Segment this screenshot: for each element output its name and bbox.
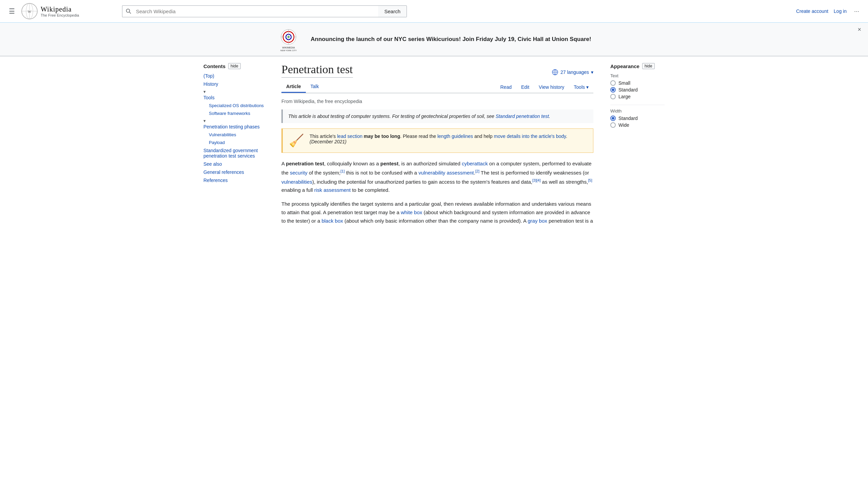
gray-box-link[interactable]: gray box xyxy=(528,218,547,224)
text-small-option[interactable]: Small xyxy=(610,80,665,86)
language-button[interactable]: 27 languages ▾ xyxy=(552,69,593,76)
toc-link-standardized[interactable]: Standardized government penetration test… xyxy=(203,147,268,159)
text-large-option[interactable]: Large xyxy=(610,94,665,99)
text-standard-radio xyxy=(610,87,616,93)
svg-line-7 xyxy=(130,12,131,14)
logo-wikipedia: Wikipedia xyxy=(41,5,79,13)
search-input-wrap xyxy=(122,5,378,17)
toc-link-pentest-phases[interactable]: Penetration testing phases xyxy=(203,123,268,130)
text-standard-option[interactable]: Standard xyxy=(610,87,665,93)
toc-link-software-frameworks[interactable]: Software frameworks xyxy=(209,110,268,117)
create-account-link[interactable]: Create account xyxy=(796,8,828,14)
tab-edit[interactable]: Edit xyxy=(516,82,534,93)
appearance-hide-button[interactable]: hide xyxy=(642,63,655,69)
text-small-label: Small xyxy=(618,80,630,86)
tab-tools[interactable]: Tools ▾ xyxy=(569,82,593,93)
header-right: Create account Log in ··· xyxy=(796,6,861,16)
black-box-link[interactable]: black box xyxy=(321,218,343,224)
width-wide-label: Wide xyxy=(618,122,629,128)
toc-link-top[interactable]: (Top) xyxy=(203,73,268,79)
from-wikipedia: From Wikipedia, the free encyclopedia xyxy=(281,99,593,104)
toc-collapse-pentest-phases[interactable]: ▾ xyxy=(203,118,207,123)
tab-talk[interactable]: Talk xyxy=(306,81,324,93)
warning-box: 🧹 This article's lead section may be too… xyxy=(281,128,593,153)
toc-item-history: History xyxy=(203,81,268,87)
toc-subsection-tools: Specialized OS distributions Software fr… xyxy=(203,102,268,117)
warning-text-before: This article's xyxy=(310,134,337,139)
text-size-section: Text Small Standard Large xyxy=(610,73,665,99)
ref-3-4[interactable]: [3][4] xyxy=(532,178,540,182)
logo-subtitle: The Free Encyclopedia xyxy=(41,13,79,17)
toc-item-standardized: Standardized government penetration test… xyxy=(203,147,268,159)
article-paragraph-2: The process typically identifies the tar… xyxy=(281,200,593,225)
width-standard-dot xyxy=(612,117,614,120)
warning-help: and help xyxy=(473,134,494,139)
toc-link-history[interactable]: History xyxy=(203,81,268,87)
search-icon xyxy=(122,6,135,17)
warning-text: This article's lead section may be too l… xyxy=(310,134,587,144)
svg-text:W: W xyxy=(28,9,32,14)
ref-5[interactable]: [5] xyxy=(588,178,592,182)
toc-link-references[interactable]: References xyxy=(203,177,268,184)
ref-2[interactable]: [2] xyxy=(475,169,479,173)
lead-section-link[interactable]: lead section xyxy=(337,134,362,139)
announcement-banner: WIKIMEDIA NEW YORK CITY Announcing the l… xyxy=(0,23,868,56)
tools-label: Tools xyxy=(574,84,585,90)
page-layout: Contents hide (Top) History ▾ Tools Spec… xyxy=(197,56,671,237)
text-small-radio xyxy=(610,80,616,86)
wikimedia-nyc-logo: WIKIMEDIA NEW YORK CITY xyxy=(277,27,300,51)
search-input[interactable] xyxy=(135,6,378,17)
toc-item-software-frameworks: Software frameworks xyxy=(209,110,268,117)
hamburger-menu[interactable]: ☰ xyxy=(7,5,17,17)
tab-view-history[interactable]: View history xyxy=(534,82,569,93)
white-box-link[interactable]: white box xyxy=(401,209,422,215)
banner-close-button[interactable]: × xyxy=(857,26,861,33)
tab-read[interactable]: Read xyxy=(496,82,516,93)
more-options-icon[interactable]: ··· xyxy=(852,6,861,16)
toc-collapse-tools[interactable]: ▾ xyxy=(203,89,207,94)
move-details-link[interactable]: move details into the article's body xyxy=(494,134,566,139)
vulnerability-assessment-link[interactable]: vulnerability assessment xyxy=(418,170,474,176)
toc-list: (Top) History ▾ Tools Specialized OS dis… xyxy=(203,73,268,184)
toc-link-tools[interactable]: Tools xyxy=(203,94,268,101)
toc-link-vulnerabilities[interactable]: Vulnerabilities xyxy=(209,131,268,138)
svg-text:NEW YORK CITY: NEW YORK CITY xyxy=(280,49,297,51)
text-label: Text xyxy=(610,73,665,78)
pentest-bold-1: penetration test xyxy=(286,161,324,166)
site-logo-link[interactable]: W Wikipedia The Free Encyclopedia xyxy=(21,3,79,20)
toc-item-vulnerabilities: Vulnerabilities xyxy=(209,131,268,138)
hatnote-text: This article is about testing of compute… xyxy=(288,114,496,119)
toc-item-top: (Top) xyxy=(203,73,268,79)
wikipedia-globe-icon: W xyxy=(21,3,38,20)
risk-assessment-link[interactable]: risk assessment xyxy=(314,187,351,193)
broom-icon: 🧹 xyxy=(289,134,304,148)
width-wide-option[interactable]: Wide xyxy=(610,122,665,128)
article-tabs: Article Talk Read Edit View history Tool… xyxy=(281,81,593,93)
appearance-divider xyxy=(610,105,665,105)
width-section: Width Standard Wide xyxy=(610,108,665,128)
lang-chevron: ▾ xyxy=(591,69,593,75)
hatnote-link[interactable]: Standard penetration test xyxy=(496,114,549,119)
toc-link-specialized-os[interactable]: Specialized OS distributions xyxy=(209,102,268,109)
security-link[interactable]: security xyxy=(290,170,308,176)
toc-link-payload[interactable]: Payload xyxy=(209,139,268,146)
main-article: Penetration test 27 languages ▾ Article … xyxy=(271,56,604,237)
tools-chevron: ▾ xyxy=(586,84,589,90)
header-left: ☰ W Wikipedia The Free Encyclopedia xyxy=(7,3,115,20)
banner-text: Announcing the launch of our NYC series … xyxy=(311,36,591,43)
toc-link-see-also[interactable]: See also xyxy=(203,161,268,167)
vulnerabilities-link[interactable]: vulnerabilities xyxy=(281,179,312,185)
width-label: Width xyxy=(610,108,665,114)
search-button[interactable]: Search xyxy=(378,5,407,17)
toc-item-references: References xyxy=(203,177,268,184)
toc-hide-button[interactable]: hide xyxy=(228,63,241,69)
toc-link-general-references[interactable]: General references xyxy=(203,169,268,176)
width-standard-option[interactable]: Standard xyxy=(610,116,665,121)
log-in-link[interactable]: Log in xyxy=(834,8,847,14)
tab-article[interactable]: Article xyxy=(281,81,306,93)
cyberattack-link[interactable]: cyberattack xyxy=(462,161,488,166)
svg-text:WIKIMEDIA: WIKIMEDIA xyxy=(282,46,295,49)
length-guidelines-link[interactable]: length guidelines xyxy=(437,134,473,139)
appearance-header: Appearance hide xyxy=(610,63,665,69)
ref-1[interactable]: [1] xyxy=(340,169,344,173)
